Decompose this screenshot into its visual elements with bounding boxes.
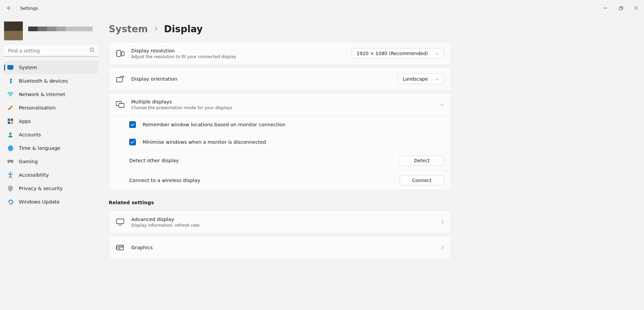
orientation-dropdown[interactable]: Landscape (398, 74, 444, 84)
card-title: Display resolution (131, 48, 345, 53)
sidebar-item-label: Time & language (19, 145, 60, 151)
sidebar-item-windows-update[interactable]: Windows Update (4, 195, 98, 208)
sidebar-item-personalisation[interactable]: Personalisation (4, 101, 98, 114)
card-display-orientation: Display orientation Landscape (109, 68, 451, 90)
card-title: Graphics (131, 245, 435, 250)
chevron-right-icon (441, 245, 444, 251)
chevron-right-icon (441, 219, 444, 225)
detect-button[interactable]: Detect (400, 156, 444, 166)
system-icon (7, 64, 13, 71)
chevron-down-icon (435, 76, 439, 82)
search-input[interactable] (4, 45, 98, 56)
checkbox-label: Remember window locations based on monit… (143, 122, 286, 127)
sidebar-item-label: Accounts (19, 132, 41, 137)
card-title: Multiple displays (131, 99, 433, 104)
svg-point-14 (11, 161, 12, 162)
svg-point-15 (10, 172, 11, 174)
svg-rect-24 (121, 246, 123, 247)
svg-rect-17 (121, 52, 124, 56)
sidebar-item-label: Apps (19, 119, 31, 124)
update-icon (7, 199, 13, 205)
multiple-displays-icon (116, 100, 125, 109)
user-name-placeholder (28, 27, 93, 35)
svg-rect-1 (619, 7, 622, 10)
card-subtitle: Choose the presentation mode for your di… (131, 105, 433, 110)
connect-button[interactable]: Connect (400, 175, 444, 185)
breadcrumb-parent[interactable]: System (109, 24, 148, 35)
avatar (4, 21, 23, 40)
sidebar-item-network[interactable]: Network & internet (4, 88, 98, 101)
arrow-left-icon (6, 5, 11, 11)
chevron-down-icon (435, 51, 439, 56)
svg-point-23 (118, 247, 120, 249)
minimise-windows-checkbox[interactable] (129, 139, 136, 145)
profile-row[interactable] (4, 16, 98, 45)
main: System Display Display resolution Adjust… (101, 16, 644, 310)
sidebar-item-label: System (19, 65, 37, 70)
sidebar-item-apps[interactable]: Apps (4, 115, 98, 128)
sidebar-item-gaming[interactable]: Gaming (4, 155, 98, 168)
resolution-dropdown[interactable]: 1920 × 1080 (Recommended) (352, 48, 444, 59)
maximize-button[interactable] (613, 0, 629, 16)
related-settings-header: Related settings (109, 193, 451, 208)
dropdown-value: Landscape (403, 76, 428, 82)
globe-icon (7, 145, 13, 151)
nav: System Bluetooth & devices Network & int… (4, 61, 98, 208)
remember-locations-row: Remember window locations based on monit… (109, 116, 451, 133)
card-subtitle: Display information, refresh rate (131, 223, 435, 228)
accessibility-icon (7, 172, 13, 178)
sidebar-item-label: Privacy & security (19, 186, 63, 191)
window-title: Settings (20, 6, 38, 11)
close-button[interactable] (629, 0, 644, 16)
window-controls (598, 0, 644, 16)
card-display-resolution: Display resolution Adjust the resolution… (109, 42, 451, 65)
dropdown-value: 1920 × 1080 (Recommended) (357, 51, 428, 56)
card-title: Advanced display (131, 217, 435, 222)
svg-point-10 (9, 133, 12, 135)
maximize-icon (619, 6, 623, 10)
minimize-icon (604, 6, 607, 10)
card-graphics[interactable]: Graphics (109, 236, 451, 259)
bluetooth-icon (7, 78, 13, 84)
svg-rect-21 (116, 219, 124, 224)
graphics-icon (116, 243, 125, 252)
sidebar-item-accessibility[interactable]: Accessibility (4, 169, 98, 181)
svg-rect-3 (8, 65, 13, 69)
card-multiple-displays: Multiple displays Choose the presentatio… (109, 93, 451, 190)
remember-locations-checkbox[interactable] (129, 121, 136, 128)
minimize-button[interactable] (598, 0, 613, 16)
sidebar-item-label: Gaming (19, 159, 38, 164)
shield-icon (7, 185, 13, 191)
chevron-right-icon (154, 26, 158, 32)
apps-icon (7, 118, 13, 124)
wifi-icon (7, 91, 13, 97)
paintbrush-icon (7, 105, 13, 111)
search-wrap (4, 45, 98, 56)
sidebar-item-accounts[interactable]: Accounts (4, 128, 98, 141)
card-title: Display orientation (131, 76, 391, 82)
sidebar-item-label: Accessibility (19, 172, 49, 178)
back-button[interactable] (4, 3, 13, 13)
multiple-displays-header[interactable]: Multiple displays Choose the presentatio… (109, 93, 451, 116)
svg-rect-9 (11, 122, 13, 124)
sidebar-item-bluetooth[interactable]: Bluetooth & devices (4, 75, 98, 87)
row-label: Connect to a wireless display (129, 178, 393, 183)
close-icon (635, 6, 638, 10)
sidebar-item-system[interactable]: System (4, 61, 98, 74)
sidebar-item-privacy[interactable]: Privacy & security (4, 182, 98, 195)
chevron-up-icon (440, 101, 444, 108)
sidebar-item-time-language[interactable]: Time & language (4, 142, 98, 154)
sidebar-item-label: Network & internet (19, 92, 65, 97)
connect-wireless-row: Connect to a wireless display Connect (109, 170, 451, 190)
svg-rect-7 (11, 119, 13, 121)
breadcrumb-current: Display (164, 24, 203, 35)
svg-rect-20 (119, 103, 124, 107)
card-subtitle: Adjust the resolution to fit your connec… (131, 54, 345, 59)
breadcrumb: System Display (109, 16, 636, 42)
titlebar: Settings (0, 0, 644, 16)
card-advanced-display[interactable]: Advanced display Display information, re… (109, 211, 451, 233)
svg-rect-4 (9, 70, 12, 70)
monitor-icon (116, 218, 125, 226)
resolution-icon (116, 49, 125, 58)
sidebar: System Bluetooth & devices Network & int… (0, 16, 101, 310)
